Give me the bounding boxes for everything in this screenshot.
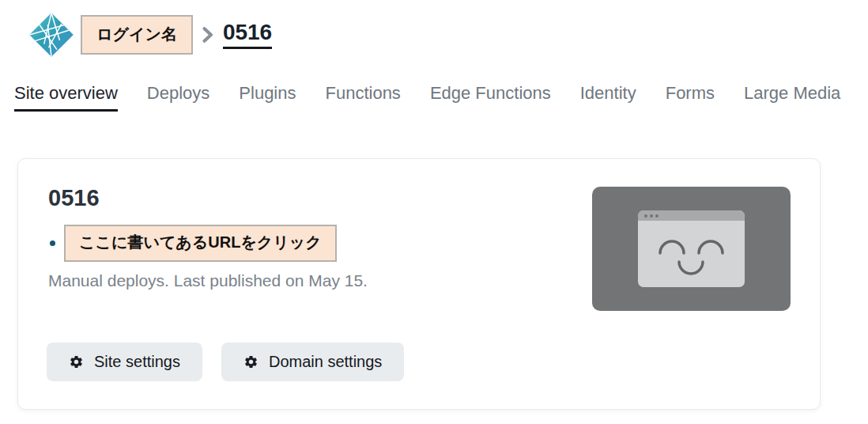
tab-large-media[interactable]: Large Media <box>744 83 840 112</box>
gear-icon <box>69 354 84 369</box>
tab-deploys[interactable]: Deploys <box>147 83 209 112</box>
bullet-dot <box>50 240 55 246</box>
tab-plugins[interactable]: Plugins <box>239 83 296 112</box>
tab-forms[interactable]: Forms <box>666 83 715 112</box>
smiley-face-icon <box>638 221 745 287</box>
titlebar-dot <box>650 214 653 218</box>
site-settings-button[interactable]: Site settings <box>47 343 202 381</box>
browser-titlebar <box>638 210 745 221</box>
site-url-annotation[interactable]: ここに書いてあるURLをクリック <box>64 225 337 262</box>
site-preview-placeholder <box>592 187 791 311</box>
chevron-right-icon <box>202 26 213 44</box>
tab-functions[interactable]: Functions <box>325 83 400 112</box>
account-name-annotation[interactable]: ログイン名 <box>81 15 193 55</box>
titlebar-dot <box>644 214 647 218</box>
settings-buttons-row: Site settings Domain settings <box>47 343 404 381</box>
domain-settings-button[interactable]: Domain settings <box>221 343 404 381</box>
site-nav: Site overview Deploys Plugins Functions … <box>14 83 840 112</box>
breadcrumb: ログイン名 0516 <box>0 0 868 62</box>
netlify-logo-icon[interactable] <box>28 12 74 58</box>
gear-icon <box>243 354 259 369</box>
site-settings-label: Site settings <box>94 353 180 371</box>
tab-edge-functions[interactable]: Edge Functions <box>430 83 551 112</box>
tab-site-overview[interactable]: Site overview <box>14 83 118 112</box>
domain-settings-label: Domain settings <box>269 353 382 371</box>
tab-identity[interactable]: Identity <box>580 83 636 112</box>
breadcrumb-site-link[interactable]: 0516 <box>223 21 272 50</box>
site-overview-card: 0516 ここに書いてあるURLをクリック Manual deploys. La… <box>17 158 821 410</box>
titlebar-dot <box>655 214 659 218</box>
browser-window-illustration <box>638 210 745 287</box>
